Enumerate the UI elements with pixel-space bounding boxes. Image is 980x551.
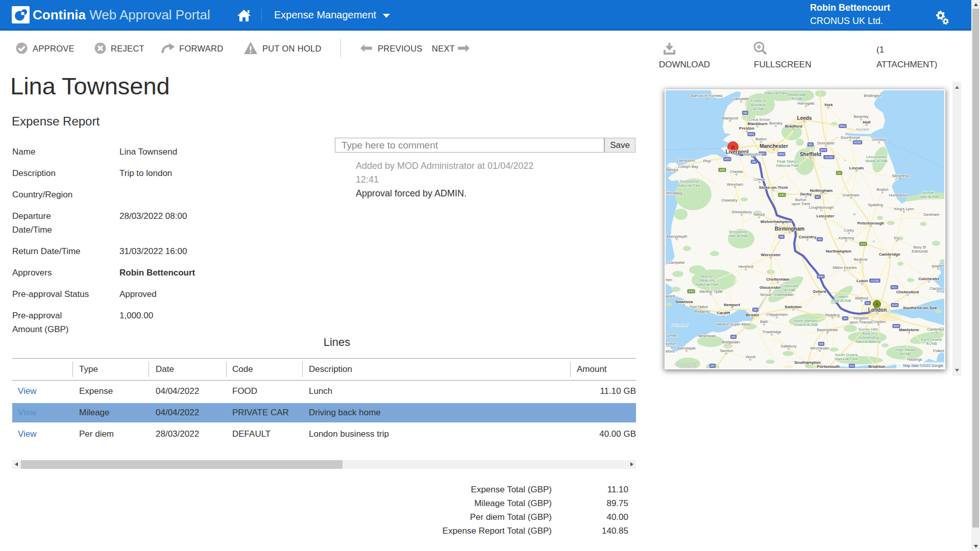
- svg-text:Corby: Corby: [844, 228, 854, 233]
- svg-text:Milton Keynes: Milton Keynes: [832, 265, 856, 270]
- svg-text:Cambridge: Cambridge: [879, 252, 900, 257]
- svg-text:Barrow-in-Furness: Barrow-in-Furness: [691, 93, 723, 98]
- svg-text:Kettering: Kettering: [839, 236, 854, 240]
- svg-text:M6: M6: [743, 111, 747, 114]
- svg-text:National Park: National Park: [764, 91, 787, 95]
- svg-text:London: London: [868, 307, 887, 313]
- svg-text:M60: M60: [778, 153, 784, 156]
- svg-text:Watford: Watford: [855, 296, 868, 300]
- svg-text:Warrington: Warrington: [743, 152, 762, 157]
- svg-text:Humber: Humber: [856, 127, 870, 132]
- svg-text:M5: M5: [779, 235, 783, 238]
- svg-text:Blackpool: Blackpool: [722, 116, 739, 120]
- svg-text:Taunton: Taunton: [720, 348, 733, 353]
- svg-text:Beverley: Beverley: [853, 114, 868, 119]
- svg-text:Llanelli: Llanelli: [666, 294, 675, 298]
- svg-text:Minehead: Minehead: [699, 334, 716, 338]
- svg-text:Spalding: Spalding: [868, 203, 883, 207]
- svg-text:M53: M53: [724, 158, 730, 161]
- svg-text:A14: A14: [861, 242, 866, 245]
- svg-text:Edmunds: Edmunds: [912, 249, 928, 254]
- svg-text:Preston: Preston: [739, 126, 754, 131]
- svg-text:Hunstanton: Hunstanton: [889, 193, 909, 197]
- svg-text:Brighton: Brighton: [868, 364, 885, 368]
- svg-text:A1(M): A1(M): [871, 279, 879, 282]
- svg-text:National Park: National Park: [776, 163, 799, 168]
- svg-text:National Park: National Park: [835, 357, 857, 361]
- svg-text:Hull: Hull: [863, 120, 870, 124]
- svg-text:Bridgwater: Bridgwater: [722, 340, 740, 344]
- svg-text:Wolds AONB: Wolds AONB: [865, 159, 888, 163]
- svg-text:AONB: AONB: [753, 107, 764, 111]
- svg-text:Oxford: Oxford: [813, 289, 826, 294]
- svg-text:National Park: National Park: [696, 282, 719, 287]
- svg-text:M25: M25: [892, 304, 897, 307]
- svg-text:Worcester: Worcester: [761, 253, 781, 257]
- svg-text:Grantham: Grantham: [842, 193, 859, 197]
- svg-text:Dereham: Dereham: [924, 212, 940, 217]
- svg-text:Hastings: Hastings: [907, 357, 922, 362]
- svg-text:M62: M62: [840, 124, 845, 128]
- svg-text:Trowbridge: Trowbridge: [762, 330, 781, 334]
- svg-text:A50: A50: [779, 193, 785, 196]
- svg-text:M1: M1: [816, 195, 820, 198]
- svg-text:Hills AONB: Hills AONB: [728, 234, 747, 238]
- svg-text:King's Lynn: King's Lynn: [894, 207, 914, 211]
- svg-text:M25: M25: [893, 324, 899, 328]
- svg-text:Clacton-o: Clacton-o: [929, 286, 944, 291]
- svg-text:Coast AONB: Coast AONB: [917, 194, 939, 199]
- svg-text:M5: M5: [731, 335, 736, 338]
- svg-text:Salisbury: Salisbury: [781, 344, 797, 348]
- svg-text:Yeovil: Yeovil: [745, 355, 755, 359]
- svg-text:Google: Google: [675, 361, 697, 367]
- svg-text:Stoke-on-Trent: Stoke-on-Trent: [759, 185, 788, 190]
- svg-text:AONB: AONB: [784, 288, 795, 292]
- svg-text:Ilfracombe: Ilfracombe: [666, 333, 677, 338]
- svg-text:Grimsby: Grimsby: [872, 137, 886, 142]
- svg-text:Cheltenham: Cheltenham: [766, 277, 790, 282]
- svg-text:ideford: ideford: [666, 349, 674, 354]
- svg-text:Swindon: Swindon: [785, 305, 801, 309]
- svg-text:York: York: [824, 103, 833, 107]
- svg-text:l Channel: l Channel: [672, 323, 688, 328]
- svg-text:A55: A55: [720, 168, 725, 171]
- svg-text:M6: M6: [818, 238, 822, 241]
- svg-text:Lampeter: Lampeter: [669, 260, 685, 265]
- svg-text:Birmingham: Birmingham: [775, 226, 804, 232]
- svg-text:A40: A40: [689, 290, 694, 293]
- svg-text:Downs AONB: Downs AONB: [794, 322, 818, 327]
- svg-text:A: A: [875, 302, 878, 307]
- svg-text:M11: M11: [892, 286, 897, 289]
- svg-text:Map data ©2022 Google: Map data ©2022 Google: [903, 363, 943, 368]
- svg-text:M4: M4: [753, 308, 758, 311]
- svg-text:Gloucester: Gloucester: [760, 285, 781, 290]
- svg-text:Maidstone: Maidstone: [899, 328, 919, 332]
- svg-text:Cirencester: Cirencester: [774, 292, 794, 297]
- svg-text:Hills AONB: Hills AONB: [832, 298, 851, 303]
- svg-text:Cardiff: Cardiff: [717, 311, 730, 315]
- svg-text:Manchester: Manchester: [760, 143, 788, 149]
- svg-text:M6: M6: [752, 160, 756, 163]
- svg-text:Port Talbot: Port Talbot: [690, 305, 708, 309]
- svg-text:Bedford: Bedford: [854, 257, 867, 262]
- svg-text:Scunthorpe: Scunthorpe: [841, 135, 860, 140]
- svg-text:Lancaster: Lancaster: [733, 96, 750, 101]
- svg-text:Colchester: Colchester: [918, 277, 939, 281]
- svg-text:Oswestry: Oswestry: [721, 198, 738, 203]
- svg-text:M5: M5: [710, 364, 715, 367]
- svg-text:Weston-super-Mare: Weston-super-Mare: [717, 322, 750, 327]
- svg-text:A1: A1: [837, 171, 841, 174]
- svg-text:Winchester: Winchester: [810, 346, 829, 350]
- svg-text:Bridlington: Bridlington: [864, 93, 881, 98]
- svg-text:A1(M): A1(M): [825, 156, 833, 159]
- svg-text:Sheffield: Sheffield: [800, 152, 821, 157]
- svg-text:Crewe: Crewe: [754, 177, 765, 182]
- svg-text:M1: M1: [808, 143, 813, 146]
- svg-text:AONB: AONB: [791, 96, 802, 101]
- svg-text:Natural Beauty: Natural Beauty: [855, 339, 881, 344]
- svg-text:Chippenham: Chippenham: [766, 312, 788, 317]
- svg-text:Coventry: Coventry: [799, 235, 817, 239]
- svg-text:Skegness: Skegness: [892, 173, 909, 178]
- svg-text:Telford: Telford: [753, 212, 765, 217]
- svg-text:M3: M3: [819, 342, 823, 345]
